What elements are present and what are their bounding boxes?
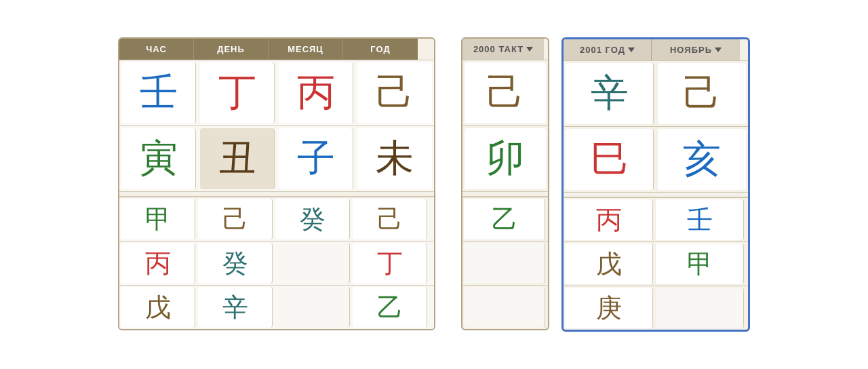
right-header-month-arrow <box>715 47 722 52</box>
right-bot-2: 亥 <box>658 129 746 190</box>
mid-small-row-1: 乙 <box>462 197 548 241</box>
right-s3-1: 庚 <box>565 288 653 328</box>
right-header-row: 2001 ГОД НОЯБРЬ <box>564 39 748 60</box>
mid-header-arrow <box>526 47 533 52</box>
left-top-row: 壬 丁 丙 己 <box>119 60 434 125</box>
mid-bot-1: 卯 <box>465 128 546 189</box>
left-s3-3 <box>275 287 350 328</box>
right-s1-1: 丙 <box>565 199 653 240</box>
mid-body: 己 卯 乙 <box>462 60 548 329</box>
mid-small-row-2 <box>462 241 548 285</box>
left-s1-1: 甲 <box>121 199 195 239</box>
mid-header-row: 2000 ТАКТ <box>462 39 548 60</box>
left-bot-1: 寅 <box>121 128 196 189</box>
left-top-4: 己 <box>357 62 432 123</box>
left-small-row-1: 甲 己 癸 己 <box>119 197 434 241</box>
left-top-3: 丙 <box>279 62 353 123</box>
mid-s1-1: 乙 <box>464 199 545 239</box>
left-s1-4: 己 <box>353 199 427 239</box>
right-s1-2: 壬 <box>656 199 744 240</box>
left-s1-3: 癸 <box>275 199 350 239</box>
left-body: 壬 丁 丙 己 寅 丑 子 未 甲 己 癸 己 丙 癸 丁 <box>119 60 434 329</box>
left-s2-1: 丙 <box>121 243 195 284</box>
mid-s3-1 <box>464 287 545 328</box>
mid-table: 2000 ТАКТ 己 卯 乙 <box>461 37 549 330</box>
left-bot-3: 子 <box>279 128 353 189</box>
left-s3-1: 戊 <box>121 287 195 328</box>
mid-bottom-row: 卯 <box>462 125 548 191</box>
right-header-year-label: 2001 ГОД <box>580 45 625 55</box>
left-top-1: 壬 <box>121 62 196 123</box>
right-s2-2: 甲 <box>656 244 744 284</box>
left-s2-4: 丁 <box>353 243 427 284</box>
mid-top-1: 己 <box>465 62 546 123</box>
left-table: ЧАС ДЕНЬ МЕСЯЦ ГОД 壬 丁 丙 己 寅 丑 子 未 甲 己 癸 <box>118 37 435 330</box>
left-bottom-row: 寅 丑 子 未 <box>119 125 434 191</box>
right-small-row-2: 戊 甲 <box>564 241 748 286</box>
right-header-month[interactable]: НОЯБРЬ <box>652 39 740 60</box>
left-header-год: ГОД <box>343 39 418 60</box>
left-divider <box>119 191 434 197</box>
left-s3-2: 辛 <box>198 287 273 328</box>
mid-small-row-3 <box>462 285 548 329</box>
left-small-row-2: 丙 癸 丁 <box>119 241 434 285</box>
right-bot-1: 巳 <box>566 129 654 190</box>
left-bot-2: 丑 <box>200 128 275 189</box>
left-bot-4: 未 <box>357 128 432 189</box>
mid-s2-1 <box>464 243 545 284</box>
right-top-1: 辛 <box>566 63 654 124</box>
right-table: 2001 ГОД НОЯБРЬ 辛 己 巳 亥 丙 壬 戊 <box>561 37 750 332</box>
left-small-row-3: 戊 辛 乙 <box>119 285 434 329</box>
right-bottom-row: 巳 亥 <box>564 126 748 192</box>
mid-top-row: 己 <box>462 60 548 125</box>
left-s3-4: 乙 <box>353 287 427 328</box>
right-small-row-1: 丙 壬 <box>564 197 748 241</box>
right-s2-1: 戊 <box>565 244 653 284</box>
mid-header-label: 2000 ТАКТ <box>473 44 524 54</box>
right-header-month-label: НОЯБРЬ <box>670 45 712 55</box>
mid-divider <box>462 191 548 197</box>
left-s2-3 <box>275 243 350 284</box>
right-header-year[interactable]: 2001 ГОД <box>564 39 652 60</box>
right-s3-2 <box>656 288 744 328</box>
left-s1-2: 己 <box>198 199 273 239</box>
main-container: ЧАС ДЕНЬ МЕСЯЦ ГОД 壬 丁 丙 己 寅 丑 子 未 甲 己 癸 <box>104 24 764 345</box>
right-top-row: 辛 己 <box>564 60 748 126</box>
left-header-день: ДЕНЬ <box>194 39 269 60</box>
left-header-час: ЧАС <box>119 39 194 60</box>
left-top-2: 丁 <box>200 62 275 123</box>
left-header-row: ЧАС ДЕНЬ МЕСЯЦ ГОД <box>119 39 434 60</box>
left-header-месяц: МЕСЯЦ <box>269 39 343 60</box>
right-body: 辛 己 巳 亥 丙 壬 戊 甲 庚 <box>564 60 748 330</box>
right-divider <box>564 192 748 197</box>
mid-header[interactable]: 2000 ТАКТ <box>462 39 544 60</box>
right-top-2: 己 <box>658 63 746 124</box>
left-s2-2: 癸 <box>198 243 273 284</box>
right-header-year-arrow <box>628 47 635 52</box>
right-small-row-3: 庚 <box>564 286 748 330</box>
